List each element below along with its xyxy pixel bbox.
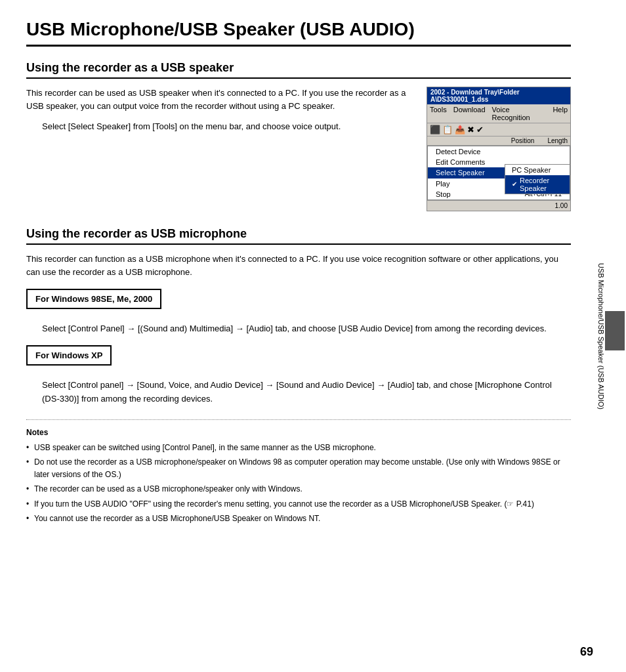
pc-speaker-label: PC Speaker — [512, 166, 551, 174]
stop-label: Stop — [436, 190, 451, 198]
sidebar-text: USB Microphone/USB Speaker (USB AUDIO) — [597, 262, 605, 409]
page-title: USB Microphone/USB Speaker (USB AUDIO) — [26, 18, 571, 47]
section1-paragraph: This recorder can be used as USB speaker… — [26, 87, 416, 114]
windows-98-instruction: Select [Control Panel] → [(Sound and) Mu… — [42, 322, 571, 336]
windows-xp-label: For Windows XP — [35, 350, 102, 360]
menu-tools[interactable]: Tools — [430, 106, 447, 121]
menu-download[interactable]: Download — [453, 106, 486, 121]
position-length-header: Position Length — [427, 136, 570, 146]
play-label: Play — [436, 180, 449, 188]
toolbar-icon-3: 📤 — [455, 125, 465, 135]
toolbar-icon-5: ✔ — [476, 125, 484, 135]
top-section: This recorder can be used as USB speaker… — [26, 87, 571, 211]
position-label: Position — [511, 137, 535, 144]
length-label: Length — [547, 137, 568, 144]
speaker-submenu: PC Speaker ✔ Recorder Speaker — [505, 164, 570, 194]
windows-98-section: For Windows 98SE, Me, 2000 Select [Contr… — [26, 289, 571, 336]
dropdown-area: Detect Device Edit Comments Select Speak… — [427, 146, 570, 200]
select-speaker-label: Select Speaker — [436, 169, 485, 177]
notes-list: USB speaker can be switched using [Contr… — [26, 442, 571, 525]
toolbar-icon-2: 📋 — [442, 125, 453, 135]
sidebar-bar — [605, 312, 625, 351]
submenu-pc-speaker[interactable]: PC Speaker — [505, 165, 570, 175]
section2-heading: Using the recorder as USB microphone — [26, 227, 571, 245]
menu-help[interactable]: Help — [553, 106, 568, 121]
toolbar-icons: ⬛ 📋 📤 ✖ ✔ — [430, 125, 484, 135]
windows-98-box: For Windows 98SE, Me, 2000 — [26, 289, 161, 309]
screenshot-titlebar: 2002 - Download Tray\Folder A\DS330001_1… — [427, 87, 570, 104]
recorder-speaker-label: Recorder Speaker — [520, 177, 563, 192]
section1-instruction: Select [Select Speaker] from [Tools] on … — [42, 120, 416, 134]
dotted-separator — [26, 419, 571, 420]
section2-paragraph: This recorder can function as a USB micr… — [26, 253, 571, 280]
submenu-recorder-speaker[interactable]: ✔ Recorder Speaker — [505, 175, 570, 194]
screenshot-toolbar: ⬛ 📋 📤 ✖ ✔ — [427, 123, 570, 136]
sidebar: USB Microphone/USB Speaker (USB AUDIO) — [597, 0, 626, 672]
menu-detect-device[interactable]: Detect Device — [428, 146, 570, 157]
windows-98-label: For Windows 98SE, Me, 2000 — [35, 294, 152, 304]
note-item-2: Do not use the recorder as a USB microph… — [26, 456, 571, 481]
note-item-4: If you turn the USB AUDIO "OFF" using th… — [26, 498, 571, 511]
stop-value: 1.00 — [555, 202, 568, 209]
note-item-1: USB speaker can be switched using [Contr… — [26, 442, 571, 454]
stop-value-row: 1.00 — [427, 200, 570, 211]
checkmark-icon: ✔ — [512, 180, 517, 188]
toolbar-icon-1: ⬛ — [430, 125, 440, 135]
page-number: 69 — [580, 645, 593, 659]
section2: Using the recorder as USB microphone Thi… — [26, 227, 571, 406]
notes-title: Notes — [26, 427, 571, 439]
note-item-5: You cannot use the recorder as a USB Mic… — [26, 513, 571, 525]
section1-text: This recorder can be used as USB speaker… — [26, 87, 416, 211]
notes-section: Notes USB speaker can be switched using … — [26, 427, 571, 525]
windows-xp-section: For Windows XP Select [Control panel] → … — [26, 345, 571, 406]
toolbar-icon-4: ✖ — [467, 125, 474, 135]
windows-xp-box: For Windows XP — [26, 345, 112, 366]
screenshot-mockup: 2002 - Download Tray\Folder A\DS330001_1… — [427, 87, 571, 211]
screenshot-menubar: Tools Download Voice Recognition Help — [427, 104, 570, 123]
menu-voice-recognition[interactable]: Voice Recognition — [492, 106, 547, 121]
section1-heading: Using the recorder as a USB speaker — [26, 61, 571, 79]
note-item-3: The recorder can be used as a USB microp… — [26, 483, 571, 495]
windows-xp-instruction: Select [Control panel] → [Sound, Voice, … — [42, 379, 571, 406]
